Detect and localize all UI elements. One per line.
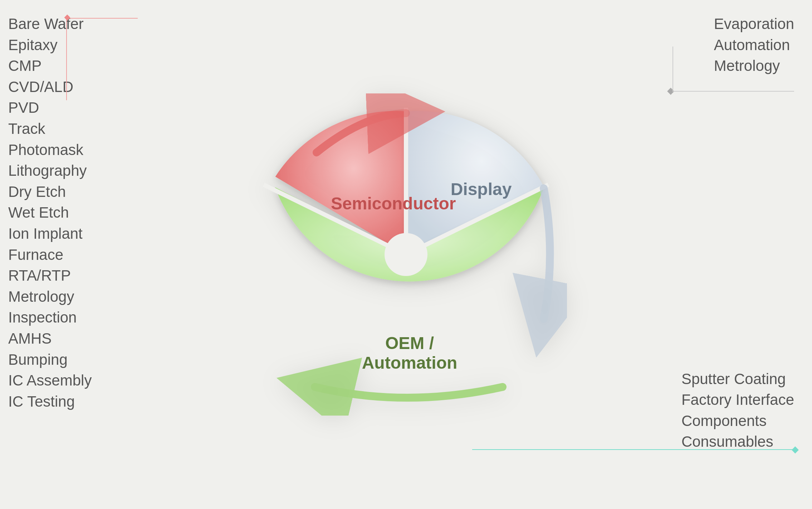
left-list-item: Metrology	[8, 287, 92, 307]
left-list-item: PVD	[8, 98, 92, 118]
left-list-item: Track	[8, 119, 92, 139]
left-list-item: IC Assembly	[8, 371, 92, 391]
right-bottom-list-item: Factory Interface	[681, 390, 794, 410]
right-top-list-item: Automation	[714, 35, 794, 55]
left-list-item: RTA/RTP	[8, 266, 92, 286]
right-top-list-item: Evaporation	[714, 14, 794, 34]
left-list-item: AMHS	[8, 329, 92, 349]
left-list-item: Ion Implant	[8, 224, 92, 244]
right-top-connector-horizontal	[672, 91, 794, 92]
right-top-list-item: Metrology	[714, 56, 794, 76]
left-list-item: Inspection	[8, 308, 92, 328]
right-bottom-list-item: Sputter Coating	[681, 369, 794, 389]
left-list-item: Wet Etch	[8, 203, 92, 223]
pie-chart: Semiconductor Display OEM / Automation	[245, 93, 567, 416]
right-top-connector-vertical	[672, 47, 673, 92]
left-list-item: CVD/ALD	[8, 77, 92, 97]
right-bottom-connector-horizontal	[472, 449, 794, 450]
right-bottom-category-list: Sputter CoatingFactory InterfaceComponen…	[681, 369, 794, 452]
left-list-item: Lithography	[8, 161, 92, 181]
left-category-list: Bare WaferEpitaxyCMPCVD/ALDPVDTrackPhoto…	[8, 14, 92, 411]
right-bottom-list-item: Components	[681, 411, 794, 431]
svg-point-3	[385, 233, 427, 276]
left-list-item: Furnace	[8, 245, 92, 265]
left-list-item: Bumping	[8, 350, 92, 370]
left-list-item: Bare Wafer	[8, 14, 92, 34]
left-connector-horizontal	[66, 18, 138, 19]
right-bottom-list-item: Consumables	[681, 432, 794, 452]
left-list-item: CMP	[8, 56, 92, 76]
left-connector-vertical	[66, 18, 67, 100]
left-list-item: Photomask	[8, 140, 92, 160]
left-list-item: Epitaxy	[8, 35, 92, 55]
left-list-item: Dry Etch	[8, 182, 92, 202]
left-list-item: IC Testing	[8, 392, 92, 412]
right-top-category-list: EvaporationAutomationMetrology	[714, 14, 794, 76]
